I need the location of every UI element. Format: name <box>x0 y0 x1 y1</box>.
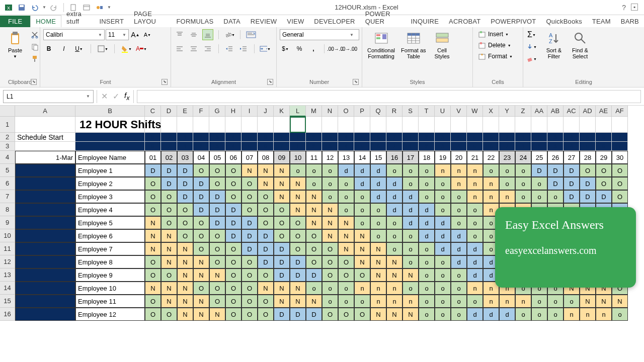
cell-AF2[interactable]: 7 <box>612 133 628 142</box>
shift-cell[interactable]: d <box>403 190 419 203</box>
cell-B2[interactable] <box>75 133 145 142</box>
employee-name-cell[interactable]: Employee 4 <box>75 203 145 216</box>
shift-cell[interactable]: D <box>209 190 225 203</box>
shift-cell[interactable]: d <box>483 308 499 321</box>
cell-W2[interactable]: 5 <box>467 133 483 142</box>
cell-AC4[interactable]: 27 <box>564 151 580 164</box>
comma-icon[interactable]: , <box>308 43 319 54</box>
select-all-corner[interactable] <box>0 106 15 117</box>
fx-icon[interactable]: fx <box>124 91 129 102</box>
row-header-3[interactable]: 3 <box>0 142 15 151</box>
cell-R2[interactable]: 7 <box>386 133 403 142</box>
cell-Y3[interactable]: 7 <box>499 142 515 151</box>
shift-cell[interactable]: D <box>161 164 177 177</box>
align-middle-icon[interactable] <box>188 29 199 40</box>
cell-N4[interactable]: 12 <box>322 151 338 164</box>
shift-cell[interactable]: o <box>483 164 499 177</box>
shift-cell[interactable]: o <box>306 282 322 295</box>
number-format-combo[interactable]: ▼ <box>280 29 359 40</box>
shift-cell[interactable]: O <box>242 255 258 268</box>
shift-cell[interactable]: o <box>370 229 386 242</box>
shift-cell[interactable]: N <box>193 255 209 268</box>
col-header-E[interactable]: E <box>177 106 193 117</box>
shift-cell[interactable]: d <box>451 255 467 268</box>
shift-cell[interactable]: o <box>467 229 483 242</box>
shift-cell[interactable]: o <box>306 164 322 177</box>
tab-team[interactable]: TEAM <box>587 16 616 27</box>
employee-name-cell[interactable]: Employee 1 <box>75 164 145 177</box>
cell-Z2[interactable]: 1 <box>515 133 531 142</box>
shift-cell[interactable]: o <box>354 295 370 308</box>
shift-cell[interactable]: o <box>403 242 419 255</box>
shift-cell[interactable]: o <box>547 308 564 321</box>
shift-cell[interactable]: N <box>386 308 403 321</box>
cell-N1[interactable] <box>322 117 338 133</box>
shift-cell[interactable]: D <box>306 308 322 321</box>
shift-cell[interactable]: n <box>483 177 499 190</box>
cell-C4[interactable]: 01 <box>145 151 161 164</box>
tab-data[interactable]: DATA <box>218 16 246 27</box>
tab-inquire[interactable]: INQUIRE <box>406 16 444 27</box>
shift-cell[interactable]: D <box>306 268 322 282</box>
tab-formulas[interactable]: FORMULAS <box>171 16 218 27</box>
shift-cell[interactable]: O <box>193 164 209 177</box>
italic-icon[interactable]: I <box>58 43 69 54</box>
shift-cell[interactable]: N <box>403 308 419 321</box>
shift-cell[interactable]: n <box>435 164 451 177</box>
tab-review[interactable]: REVIEW <box>246 16 282 27</box>
shift-cell[interactable]: n <box>515 295 531 308</box>
cancel-formula-icon[interactable]: ✕ <box>101 92 108 101</box>
shift-cell[interactable]: o <box>547 295 564 308</box>
shift-cell[interactable]: N <box>177 268 193 282</box>
cell-P2[interactable]: 5 <box>354 133 370 142</box>
shift-cell[interactable]: d <box>451 229 467 242</box>
shift-cell[interactable]: N <box>306 216 322 229</box>
shift-cell[interactable]: D <box>596 190 612 203</box>
font-size-combo[interactable]: ▼ <box>106 29 129 40</box>
shift-cell[interactable]: O <box>306 229 322 242</box>
cell-AE2[interactable]: 6 <box>596 133 612 142</box>
shift-cell[interactable]: N <box>274 295 290 308</box>
shift-cell[interactable]: N <box>274 177 290 190</box>
shift-cell[interactable]: N <box>145 216 161 229</box>
tab-acrobat[interactable]: ACROBAT <box>444 16 486 27</box>
shift-cell[interactable]: O <box>225 190 242 203</box>
shift-cell[interactable]: D <box>225 229 242 242</box>
shift-cell[interactable]: o <box>419 282 435 295</box>
cell-S4[interactable]: 17 <box>403 151 419 164</box>
shift-cell[interactable]: O <box>274 203 290 216</box>
cut-icon[interactable] <box>29 29 40 40</box>
col-header-W[interactable]: W <box>467 106 483 117</box>
shift-cell[interactable]: D <box>242 242 258 255</box>
shift-cell[interactable]: o <box>354 216 370 229</box>
row-header-6[interactable]: 6 <box>0 177 15 190</box>
shift-cell[interactable]: o <box>322 295 338 308</box>
shift-cell[interactable]: O <box>209 177 225 190</box>
cell-B1[interactable]: 12 HOUR Shifts <box>75 117 145 133</box>
shift-cell[interactable]: O <box>258 216 274 229</box>
shift-cell[interactable]: o <box>322 177 338 190</box>
col-header-A[interactable]: A <box>15 106 75 117</box>
shift-cell[interactable]: N <box>290 190 306 203</box>
shift-cell[interactable]: D <box>177 190 193 203</box>
shift-cell[interactable]: o <box>338 282 354 295</box>
cell-AD2[interactable]: 5 <box>580 133 596 142</box>
shift-cell[interactable]: O <box>338 308 354 321</box>
shift-cell[interactable]: d <box>435 242 451 255</box>
cell-V3[interactable]: 4 <box>451 142 467 151</box>
conditional-formatting-button[interactable]: Conditional Formatting <box>365 29 397 60</box>
shift-cell[interactable]: N <box>161 255 177 268</box>
tab-barb[interactable]: Barb <box>616 16 644 27</box>
col-header-R[interactable]: R <box>386 106 403 117</box>
row-header-12[interactable]: 12 <box>0 255 15 268</box>
col-header-V[interactable]: V <box>451 106 467 117</box>
shift-cell[interactable]: o <box>354 190 370 203</box>
row-header-2[interactable]: 2 <box>0 133 15 142</box>
shift-cell[interactable]: N <box>306 190 322 203</box>
col-header-L[interactable]: L <box>290 106 306 117</box>
cell-R4[interactable]: 16 <box>386 151 403 164</box>
cell-Y4[interactable]: 23 <box>499 151 515 164</box>
cell-E2[interactable]: 1 <box>177 133 193 142</box>
shift-cell[interactable]: o <box>467 216 483 229</box>
shift-cell[interactable]: N <box>322 229 338 242</box>
